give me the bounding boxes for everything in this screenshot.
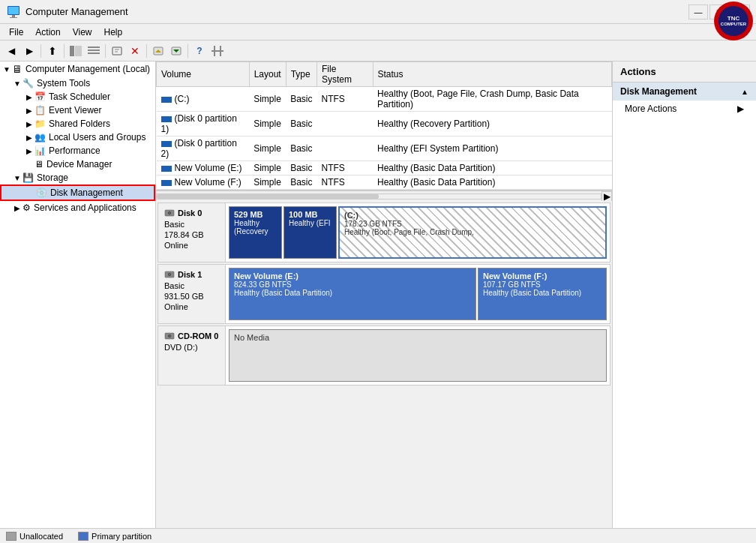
event-expand[interactable]: ▶ [24,106,34,115]
sidebar-event-viewer[interactable]: ▶ 📋 Event Viewer [0,104,155,117]
perf-expand[interactable]: ▶ [24,147,34,155]
root-expand[interactable]: ▼ [2,65,12,74]
table-row[interactable]: (Disk 0 partition 2) Simple Basic Health… [157,136,612,161]
partition-name: 529 MB [234,210,277,219]
h-scrollbar-thumb[interactable] [157,194,379,199]
partition-status: Healthy (Boot, Page File, Crash Dump, [344,228,601,236]
toolbar-export[interactable] [150,43,166,59]
table-row[interactable]: (C:) Simple Basic NTFS Healthy (Boot, Pa… [157,87,612,112]
sidebar-task-label: Task Scheduler [49,92,110,102]
col-volume[interactable]: Volume [157,62,250,87]
devmgr-icon: 🖥 [34,159,44,170]
sidebar-local-users[interactable]: ▶ 👥 Local Users and Groups [0,130,155,144]
toolbar-import[interactable] [168,43,184,59]
sidebar-devmgr-label: Device Manager [46,159,112,170]
sidebar-system-tools[interactable]: ▼ 🔧 System Tools [0,76,155,90]
toolbar-settings[interactable] [209,43,226,59]
toolbar-help[interactable]: ? [191,43,208,59]
actions-more[interactable]: More Actions ▶ [613,100,756,117]
col-type[interactable]: Type [286,62,316,87]
sidebar-shared-folders[interactable]: ▶ 📁 Shared Folders [0,117,155,130]
partition-2-0[interactable]: No Media [229,329,607,382]
cell-fs: NTFS [317,176,374,190]
cell-volume: New Volume (F:) [157,176,250,190]
col-status[interactable]: Status [373,62,611,87]
sidebar-task-scheduler[interactable]: ▶ 📅 Task Scheduler [0,90,155,104]
services-expand[interactable]: ▶ [12,204,22,212]
disk-size: 178.84 GB [164,230,219,239]
toolbar-back[interactable]: ◀ [3,43,20,59]
sidebar-services[interactable]: ▶ ⚙ Services and Applications [0,201,155,214]
partition-status: Healthy (Basic Data Partition) [234,289,471,297]
toolbar-forward[interactable]: ▶ [21,43,38,59]
sidebar-device-manager[interactable]: ▶ 🖥 Device Manager [0,158,155,171]
svg-rect-6 [88,46,100,48]
disk-icon [164,331,175,341]
actions-more-arrow: ▶ [737,104,744,114]
partition-1-0[interactable]: New Volume (E:)824.33 GB NTFSHealthy (Ba… [229,268,476,320]
cell-fs [317,112,374,136]
menu-file[interactable]: File [3,26,29,39]
sidebar-storage-label: Storage [37,172,68,183]
cell-fs: NTFS [317,161,374,176]
cell-type: Basic [286,87,316,112]
h-scrollbar[interactable] [156,194,602,200]
sidebar-root-label: Computer Management (Local) [26,64,150,74]
toolbar-list[interactable] [86,43,102,59]
disk-name: Disk 1 [164,269,219,280]
menu-view[interactable]: View [67,26,98,39]
partition-1-1[interactable]: New Volume (F:)107.17 GB NTFSHealthy (Ba… [478,268,607,320]
shared-expand[interactable]: ▶ [24,120,34,128]
table-row[interactable]: New Volume (F:) Simple Basic NTFS Health… [157,176,612,190]
actions-collapse-arrow: ▲ [741,88,748,96]
svg-rect-1 [12,15,15,17]
partition-0-2[interactable]: (C:)178.23 GB NTFSHealthy (Boot, Page Fi… [338,206,607,259]
users-icon: 👥 [34,132,46,142]
toolbar-show-hide[interactable] [68,43,84,59]
cell-fs [317,136,374,161]
disk-size: 931.50 GB [164,292,219,301]
minimize-button[interactable]: — [688,4,708,20]
sidebar-storage[interactable]: ▼ 💾 Storage [0,171,155,184]
actions-section-header[interactable]: Disk Management ▲ [613,82,756,100]
table-row[interactable]: (Disk 0 partition 1) Simple Basic Health… [157,112,612,136]
svg-rect-17 [214,46,215,56]
menu-action[interactable]: Action [29,26,66,39]
cell-status: Healthy (Boot, Page File, Crash Dump, Ba… [373,87,611,112]
sidebar-users-label: Local Users and Groups [49,132,146,142]
storage-expand[interactable]: ▼ [12,174,22,182]
menu-help[interactable]: Help [98,26,129,39]
disk-status: Online [164,241,219,250]
system-tools-icon: 🔧 [22,78,34,88]
h-scroll-area[interactable]: ▶ [156,190,612,201]
cell-status: Healthy (Basic Data Partition) [373,176,611,190]
disk-partitions: No Media [226,326,610,385]
col-fs[interactable]: File System [317,62,374,87]
toolbar-up[interactable]: ⬆ [44,43,61,59]
sidebar-disk-management[interactable]: ▶ 💿 Disk Management [0,184,155,201]
actions-panel: Actions Disk Management ▲ More Actions ▶ [612,62,756,528]
partition-0-1[interactable]: 100 MBHealthy (EFI [284,206,337,259]
users-expand[interactable]: ▶ [24,134,34,142]
partition-0-0[interactable]: 529 MBHealthy (Recovery [229,206,282,259]
cell-volume: (Disk 0 partition 1) [157,112,250,136]
sidebar-root[interactable]: ▼ 🖥 Computer Management (Local) [0,62,155,76]
toolbar-sep4 [146,44,147,58]
cell-volume: (C:) [157,87,250,112]
system-tools-expand[interactable]: ▼ [12,80,22,88]
sidebar-diskmgmt-label: Disk Management [50,188,123,198]
sidebar-performance[interactable]: ▶ 📊 Performance [0,144,155,158]
partition-size: 824.33 GB NTFS [234,280,471,289]
scroll-right-btn[interactable]: ▶ [602,191,612,202]
actions-more-label: More Actions [625,104,676,114]
toolbar-properties[interactable] [109,43,125,59]
disk-icon [164,208,175,218]
toolbar-sep2 [64,44,64,58]
toolbar: ◀ ▶ ⬆ ✕ ? [0,40,756,62]
task-expand[interactable]: ▶ [24,93,34,101]
services-icon: ⚙ [22,202,31,213]
col-layout[interactable]: Layout [249,62,286,87]
svg-point-24 [169,274,170,275]
table-row[interactable]: New Volume (E:) Simple Basic NTFS Health… [157,161,612,176]
toolbar-delete[interactable]: ✕ [127,43,143,59]
